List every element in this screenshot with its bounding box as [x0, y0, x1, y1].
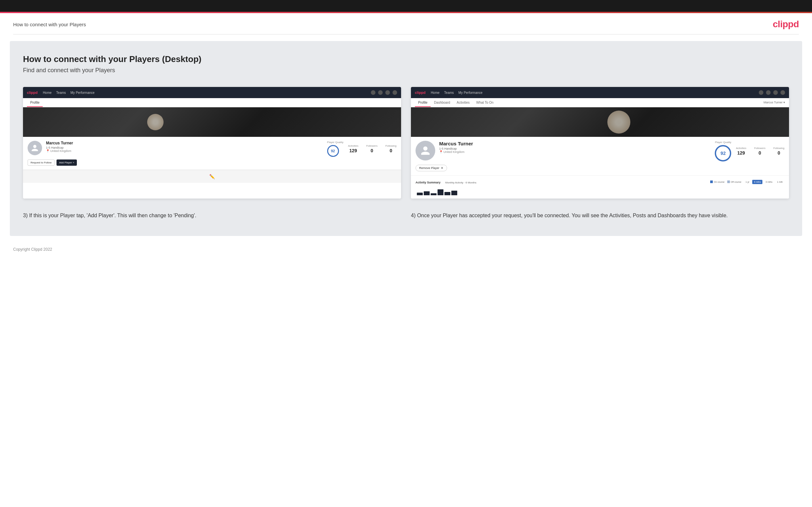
- quality-group-right: Player Quality 92 Activities 129 Followe…: [715, 141, 784, 161]
- player-location-right: 📍 United Kingdom: [439, 150, 711, 154]
- search-icon-right[interactable]: [759, 90, 763, 95]
- legend-off-course: Off course: [727, 180, 742, 183]
- stat-activities-left: Activities 129: [348, 145, 358, 153]
- app-navbar-right: clippd Home Teams My Performance: [411, 87, 789, 98]
- add-player-button[interactable]: Add Player +: [56, 160, 77, 166]
- remove-player-button[interactable]: Remove Player ✕: [415, 165, 447, 171]
- tab-profile-left[interactable]: Profile: [27, 98, 43, 107]
- opt-1mth[interactable]: 1 mth: [775, 180, 784, 184]
- legend-on-course: On course: [710, 180, 724, 183]
- quality-circle-right: 92: [715, 145, 731, 161]
- stat-followers-left: Followers 0: [366, 145, 377, 153]
- profile-buttons-left: Request to Follow Add Player +: [28, 160, 397, 166]
- quality-stat-left: Player Quality 92: [327, 141, 344, 157]
- tab-profile-right[interactable]: Profile: [415, 98, 430, 107]
- activity-header: Activity Summary Monthly Activity · 6 Mo…: [415, 179, 784, 185]
- chart-bar-4: [438, 189, 444, 195]
- screenshot-right: clippd Home Teams My Performance Profile…: [411, 87, 789, 199]
- settings-icon-left[interactable]: [385, 90, 390, 95]
- screenshots-row: clippd Home Teams My Performance Profile: [23, 87, 789, 199]
- screenshot-left: clippd Home Teams My Performance Profile: [23, 87, 401, 199]
- activity-legend: On course Off course: [710, 180, 741, 183]
- nav-links-right: Home Teams My Performance: [430, 91, 483, 95]
- activity-controls: On course Off course 1 yr 6 mths 3 mths: [710, 180, 784, 184]
- captions-row: 3) If this is your Player tap, 'Add Play…: [23, 212, 789, 220]
- stat-following-right: Following 0: [773, 147, 784, 156]
- screenshot-bottom-left: ✏️: [23, 170, 401, 183]
- chart-bar-2: [424, 191, 429, 195]
- profile-info-left: Marcus Turner 1-5 Handicap 📍 United King…: [46, 141, 323, 153]
- nav-right-left: [371, 90, 397, 95]
- user-icon-right[interactable]: [766, 90, 771, 95]
- nav-home-left[interactable]: Home: [43, 91, 52, 95]
- main-content: How to connect with your Players (Deskto…: [10, 41, 802, 236]
- stat-activities-right: Activities 129: [736, 147, 746, 156]
- remove-player-container: Remove Player ✕: [415, 165, 784, 171]
- chart-bar-3: [430, 193, 437, 195]
- app-tabs-right: Profile Dashboard Activities What To On …: [411, 98, 789, 107]
- tab-dashboard-right[interactable]: Dashboard: [430, 98, 453, 107]
- opt-1yr[interactable]: 1 yr: [744, 180, 751, 184]
- golf-banner-left: [23, 107, 401, 137]
- location-icon-right: 📍: [439, 150, 443, 154]
- opt-3mths[interactable]: 3 mths: [764, 180, 774, 184]
- nav-teams-right[interactable]: Teams: [444, 91, 454, 95]
- tab-whattoon-right[interactable]: What To On: [473, 98, 497, 107]
- nav-myperformance-right[interactable]: My Performance: [459, 91, 483, 95]
- player-name-left: Marcus Turner: [46, 141, 323, 146]
- player-location-left: 📍 United Kingdom: [46, 149, 323, 153]
- caption-right: 4) Once your Player has accepted your re…: [411, 212, 789, 220]
- profile-section-left: Marcus Turner 1-5 Handicap 📍 United King…: [23, 137, 401, 170]
- user-icon-left[interactable]: [378, 90, 383, 95]
- tab-username-right[interactable]: Marcus Turner ▾: [763, 98, 785, 107]
- nav-teams-left[interactable]: Teams: [56, 91, 66, 95]
- activity-options: 1 yr 6 mths 3 mths 1 mth: [744, 180, 784, 184]
- quality-circle-left: 92: [327, 145, 339, 157]
- off-course-dot: [727, 180, 730, 183]
- opt-6mths[interactable]: 6 mths: [752, 180, 762, 184]
- golf-banner-right: [411, 107, 789, 137]
- top-bar: [0, 0, 812, 12]
- stat-followers-right: Followers 0: [754, 147, 765, 156]
- app-logo-left: clippd: [27, 91, 38, 95]
- player-handicap-right: 1-5 Handicap: [439, 147, 711, 150]
- page-header: How to connect with your Players clippd: [0, 13, 812, 34]
- app-logo-right: clippd: [415, 91, 425, 95]
- settings-icon-right[interactable]: [773, 90, 778, 95]
- main-subtitle: Find and connect with your Players: [23, 67, 789, 74]
- main-title: How to connect with your Players (Deskto…: [23, 54, 789, 64]
- activity-title-group: Activity Summary Monthly Activity · 6 Mo…: [415, 179, 476, 185]
- page-footer: Copyright Clippd 2022: [0, 242, 812, 256]
- avatar-left: [28, 141, 42, 155]
- chart-bar-6: [451, 191, 457, 195]
- nav-home-right[interactable]: Home: [430, 91, 440, 95]
- header-divider: [13, 34, 799, 35]
- player-name-right: Marcus Turner: [439, 141, 711, 146]
- profile-row-left: Marcus Turner 1-5 Handicap 📍 United King…: [28, 141, 397, 157]
- player-handicap-left: 1-5 Handicap: [46, 146, 323, 149]
- request-follow-button[interactable]: Request to Follow: [28, 160, 55, 166]
- tab-activities-right[interactable]: Activities: [453, 98, 473, 107]
- profile-section-right: Marcus Turner 1-5 Handicap 📍 United King…: [411, 137, 789, 175]
- search-icon-left[interactable]: [371, 90, 375, 95]
- app-navbar-left: clippd Home Teams My Performance: [23, 87, 401, 98]
- breadcrumb: How to connect with your Players: [13, 22, 86, 27]
- quality-label-left: Player Quality: [327, 141, 344, 144]
- profile-icon-right[interactable]: [780, 90, 785, 95]
- copyright: Copyright Clippd 2022: [13, 247, 52, 252]
- chart-bar-5: [445, 192, 450, 195]
- on-course-dot: [710, 180, 713, 183]
- chart-bar-1: [417, 192, 423, 195]
- caption-text-right: 4) Once your Player has accepted your re…: [411, 212, 789, 220]
- quality-label-right: Player Quality: [715, 141, 731, 144]
- pencil-icon: ✏️: [209, 174, 215, 179]
- activity-chart: [415, 187, 784, 195]
- location-icon-left: 📍: [46, 149, 50, 153]
- caption-text-left: 3) If this is your Player tap, 'Add Play…: [23, 212, 401, 220]
- profile-stats-left: Activities 129 Followers 0 Following 0: [348, 145, 397, 153]
- profile-row-right: Marcus Turner 1-5 Handicap 📍 United King…: [415, 141, 784, 161]
- nav-links-left: Home Teams My Performance: [43, 91, 95, 95]
- profile-icon-left[interactable]: [393, 90, 397, 95]
- nav-right-right: [759, 90, 785, 95]
- nav-myperformance-left[interactable]: My Performance: [70, 91, 95, 95]
